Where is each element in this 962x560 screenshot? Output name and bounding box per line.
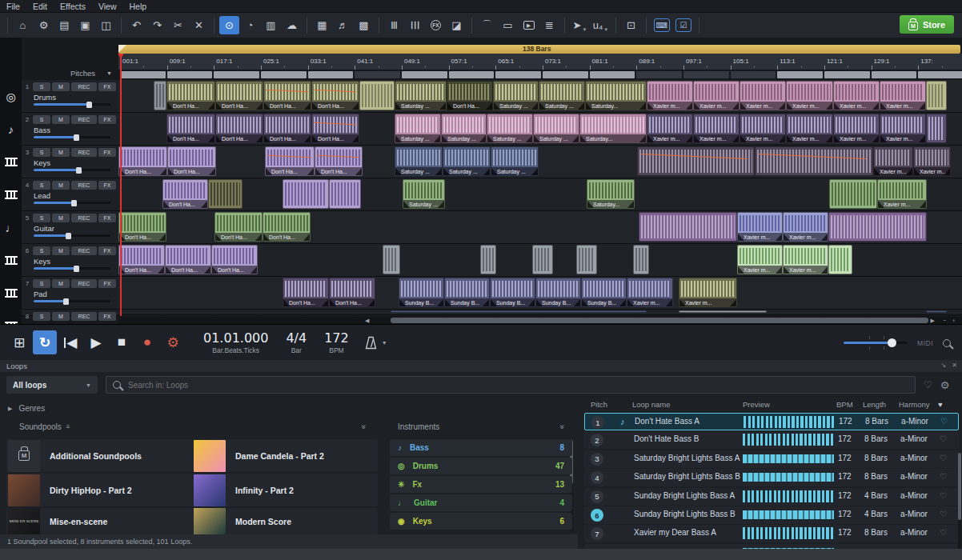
audio-clip[interactable]: Xavier m...: [740, 114, 786, 143]
track-s-button[interactable]: S: [33, 115, 50, 124]
play-button[interactable]: ▶: [84, 330, 108, 354]
audio-clip[interactable]: Xavier m...: [873, 146, 913, 176]
track-rec-button[interactable]: REC: [71, 181, 97, 190]
loop-row[interactable]: 7Xavier my Dear Bass A1728 Barsa-Minor♡: [584, 525, 959, 542]
audio-clip[interactable]: [329, 179, 361, 209]
audio-clip[interactable]: Sunday B...: [399, 278, 444, 307]
pitch-circle[interactable]: 7: [591, 527, 603, 540]
audio-clip[interactable]: Don't Ha...: [214, 212, 263, 242]
track-s-button[interactable]: S: [33, 279, 50, 288]
track-volume-slider[interactable]: [34, 103, 110, 106]
pitch-circle[interactable]: 3: [591, 453, 603, 466]
volume-knob[interactable]: [86, 102, 92, 108]
audio-clip[interactable]: [208, 179, 243, 209]
loop-preview-waveform[interactable]: [743, 473, 834, 482]
loop-preview-waveform[interactable]: [743, 434, 834, 446]
instrument-item-fx[interactable]: ✳Fx13: [390, 476, 572, 493]
master-volume-slider[interactable]: [844, 342, 908, 344]
track-m-button[interactable]: M: [52, 214, 70, 222]
track-lane-4[interactable]: Don't Ha...Saturday ...Saturday...Xavier…: [118, 178, 962, 211]
audio-clip[interactable]: Saturday ...: [443, 146, 491, 176]
genres-section-toggle[interactable]: ▶ Genres: [8, 404, 45, 413]
instrument-item-guitar[interactable]: ♩Guitar4: [390, 494, 572, 511]
audio-clip[interactable]: [828, 245, 852, 274]
monitoring-icon[interactable]: ⊙: [219, 16, 239, 34]
track-s-button[interactable]: S: [33, 214, 50, 222]
scrollbar-handle[interactable]: [391, 318, 928, 323]
track-lane-6[interactable]: Don't Ha...Don't Ha...Don't Ha...Xavier …: [118, 244, 962, 277]
scroll-right-icon[interactable]: ▶: [931, 317, 935, 324]
pitch-circle[interactable]: 4: [591, 471, 603, 484]
audio-clip[interactable]: [926, 81, 947, 110]
audio-clip[interactable]: Sunday B...: [535, 278, 581, 307]
volume-knob[interactable]: [74, 134, 79, 141]
audio-clip[interactable]: Xavier m...: [877, 179, 927, 209]
beat-cell[interactable]: [449, 71, 495, 78]
audio-clip[interactable]: Xavier m...: [880, 114, 926, 143]
zoom-in-icon[interactable]: ＋: [951, 317, 956, 324]
audio-clip[interactable]: Xavier m...: [627, 278, 673, 307]
instrument-item-drums[interactable]: ◎Drums47: [390, 458, 572, 474]
mixer-icon[interactable]: ☰: [405, 16, 425, 34]
menu-item-help[interactable]: Help: [130, 2, 147, 11]
track-header-8[interactable]: 8SMRECFX: [22, 310, 118, 316]
audio-clip[interactable]: [391, 310, 647, 313]
track-rec-button[interactable]: REC: [71, 115, 97, 124]
audio-clip[interactable]: Xavier m...: [740, 81, 786, 110]
audio-clip[interactable]: Saturday ...: [487, 114, 533, 143]
file-manager-icon[interactable]: ▥: [261, 16, 281, 34]
audio-editor-icon[interactable]: ◪: [447, 16, 467, 34]
audio-clip[interactable]: [480, 245, 496, 274]
beat-cell[interactable]: [636, 71, 682, 78]
horizontal-scrollbar[interactable]: ◀ ▶ − ＋: [118, 317, 962, 324]
track-name[interactable]: Bass: [34, 126, 115, 134]
audio-clip[interactable]: Don't Ha...: [118, 146, 167, 176]
audio-clip[interactable]: Xavier m...: [783, 245, 828, 274]
redo-icon[interactable]: ↷: [147, 16, 167, 34]
cut-icon[interactable]: ✂: [168, 16, 188, 34]
templates-icon[interactable]: ▩: [354, 16, 374, 34]
zoom-out-icon[interactable]: −: [943, 317, 946, 324]
save-icon[interactable]: ◫: [96, 16, 116, 34]
favorite-heart-icon[interactable]: ♡: [940, 491, 947, 500]
loop-row[interactable]: 6Sunday Bright Lights Bass B1724 Barsa-M…: [584, 506, 959, 524]
track-fx-button[interactable]: FX: [98, 312, 116, 321]
beat-cell[interactable]: [167, 71, 213, 78]
audio-clip[interactable]: Don't Ha...: [263, 212, 311, 242]
audio-clip[interactable]: [154, 81, 166, 110]
audio-clip[interactable]: Don't Ha...: [283, 278, 329, 307]
audio-clip[interactable]: Xavier m...: [737, 212, 783, 242]
undock-panel-icon[interactable]: ↘: [941, 362, 947, 369]
soundpool-item[interactable]: Modern Score: [192, 508, 378, 534]
timeline-ruler[interactable]: 001:1009:1017:1025:1033:1041:1049:1057:1…: [118, 54, 962, 70]
settings-icon[interactable]: ⚙: [34, 16, 54, 34]
track-m-button[interactable]: M: [52, 82, 70, 91]
loop-row[interactable]: 2Don't Hate Bass B1728 Barsa-Minor♡: [584, 431, 959, 449]
slider-knob[interactable]: [888, 338, 896, 347]
track-name[interactable]: Guitar: [34, 224, 115, 233]
audio-clip[interactable]: Xavier m...: [786, 114, 833, 143]
track-rec-button[interactable]: REC: [71, 279, 97, 288]
track-lane-3[interactable]: Don't Ha...Don't Ha...Don't Ha...Don't H…: [118, 146, 962, 178]
position-display[interactable]: 01.01.000 Bar.Beats.Ticks: [203, 330, 268, 354]
audio-clip[interactable]: Xavier m...: [693, 114, 740, 143]
track-lane-2[interactable]: Don't Ha...Don't Ha...Don't Ha...Don't H…: [118, 113, 962, 146]
new-project-icon[interactable]: ▤: [54, 16, 74, 34]
loops-search-box[interactable]: [106, 376, 916, 394]
home-icon[interactable]: ⌂: [13, 16, 33, 34]
audio-clip[interactable]: Don't Ha...: [162, 179, 208, 209]
image-object-icon[interactable]: ▭: [498, 16, 518, 34]
track-s-button[interactable]: S: [33, 181, 50, 190]
loops-filter-dropdown[interactable]: All loops ▼: [6, 376, 98, 394]
audio-clip[interactable]: Saturday ...: [403, 179, 445, 209]
audio-clip[interactable]: Don't Ha...: [311, 81, 359, 110]
audio-clip[interactable]: Xavier m...: [647, 81, 693, 110]
media-pool-icon[interactable]: ▦: [312, 16, 332, 34]
draw-mode-icon[interactable]: u₄▼: [591, 16, 611, 34]
beat-cell[interactable]: [120, 71, 166, 78]
audio-clip[interactable]: Saturday ...: [539, 81, 585, 110]
scroll-left-icon[interactable]: ◀: [365, 317, 369, 324]
menu-item-view[interactable]: View: [98, 2, 117, 11]
favorites-filter-icon[interactable]: ♡: [924, 379, 932, 390]
track-volume-slider[interactable]: [34, 234, 110, 237]
